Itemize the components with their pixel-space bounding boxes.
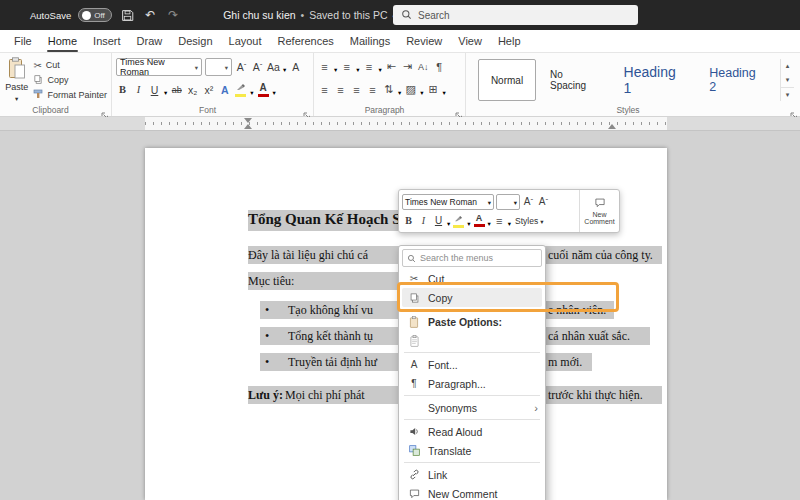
undo-icon[interactable] [142, 7, 158, 23]
subscript-button[interactable]: x₂ [186, 81, 199, 99]
show-formatting-marks-icon[interactable] [433, 58, 446, 76]
strikethrough-button[interactable]: ab [170, 81, 183, 99]
increase-indent-icon[interactable] [401, 58, 414, 76]
right-indent-marker[interactable] [608, 124, 616, 129]
borders-icon[interactable] [427, 81, 440, 99]
shrink-font-button[interactable]: A [251, 58, 264, 76]
tab-file[interactable]: File [6, 30, 40, 52]
text-effects-button[interactable]: A [218, 81, 231, 99]
mini-new-comment-button[interactable]: New Comment [579, 190, 619, 232]
grow-font-button[interactable]: A [235, 58, 248, 76]
align-right-icon[interactable] [350, 81, 363, 99]
tab-insert[interactable]: Insert [85, 30, 129, 52]
doc-paragraph-right[interactable]: cuối năm của công ty. [548, 248, 653, 263]
change-case-button[interactable]: Aa [267, 58, 280, 76]
justify-icon[interactable] [366, 81, 379, 99]
superscript-button[interactable]: x² [202, 81, 215, 99]
numbered-list-icon[interactable] [340, 58, 353, 76]
gallery-more-icon[interactable]: ▾ [781, 87, 794, 101]
copy-button[interactable]: Copy [33, 73, 107, 87]
bullets-list-icon[interactable] [318, 58, 331, 76]
tab-review[interactable]: Review [398, 30, 450, 52]
style-heading-1[interactable]: Heading 1 [616, 59, 696, 101]
multilevel-list-icon[interactable] [363, 58, 376, 76]
doc-bullet1-right[interactable]: e nhân viên. [548, 303, 606, 318]
style-heading-2[interactable]: Heading 2 [701, 59, 774, 101]
save-icon[interactable] [119, 7, 135, 23]
gallery-up-icon[interactable]: ▴ [781, 59, 794, 73]
mini-italic-button[interactable]: I [417, 213, 430, 229]
align-center-icon[interactable] [334, 81, 347, 99]
mini-underline-button[interactable]: U [432, 213, 445, 229]
search-input[interactable] [418, 10, 608, 21]
shading-icon[interactable] [404, 81, 417, 99]
style-no-spacing[interactable]: No Spacing [542, 59, 610, 101]
doc-bullet3-left[interactable]: Truyền tải định hư [288, 355, 377, 370]
doc-paragraph-left[interactable]: Đây là tài liệu ghi chú cá [248, 248, 368, 263]
doc-bullet1-left[interactable]: Tạo không khí vu [288, 303, 373, 318]
doc-note-lead[interactable]: Lưu ý: [248, 388, 283, 403]
highlight-color-button[interactable] [234, 81, 247, 99]
doc-bullet2-right[interactable]: cá nhân xuất sắc. [548, 329, 630, 344]
italic-button[interactable]: I [132, 81, 145, 99]
doc-muc-tieu[interactable]: Mục tiêu: [248, 274, 294, 289]
mini-shrink-font-button[interactable]: A [537, 194, 550, 210]
context-menu-link[interactable]: Link [402, 465, 542, 484]
mini-highlight-button[interactable] [452, 213, 465, 229]
paste-option-keep-source[interactable] [402, 331, 542, 350]
mini-font-size-select[interactable] [496, 194, 520, 210]
context-menu-synonyms[interactable]: Synonyms [402, 398, 542, 417]
context-menu-new-comment[interactable]: New Comment [402, 484, 542, 500]
mini-bold-button[interactable]: B [402, 213, 415, 229]
gallery-down-icon[interactable]: ▾ [781, 73, 794, 87]
tab-help[interactable]: Help [490, 30, 529, 52]
font-name-select[interactable]: Times New Roman [116, 58, 202, 76]
paste-button[interactable]: Paste [4, 55, 29, 103]
tab-references[interactable]: References [270, 30, 342, 52]
context-menu-paragraph[interactable]: Paragraph... [402, 374, 542, 393]
tab-home[interactable]: Home [40, 30, 85, 52]
context-menu-search[interactable] [402, 249, 542, 267]
tab-view[interactable]: View [450, 30, 490, 52]
paragraph-dialog-launcher-icon[interactable] [455, 106, 463, 114]
underline-button[interactable]: U [148, 81, 161, 99]
font-dialog-launcher-icon[interactable] [303, 106, 311, 114]
context-menu-copy[interactable]: Copy [402, 288, 542, 307]
sort-icon[interactable] [417, 58, 430, 76]
tab-mailings[interactable]: Mailings [342, 30, 398, 52]
tab-draw[interactable]: Draw [129, 30, 171, 52]
format-painter-button[interactable]: Format Painter [33, 88, 107, 102]
styles-dialog-launcher-icon[interactable] [790, 106, 798, 114]
mini-grow-font-button[interactable]: A [522, 194, 535, 210]
doc-note-right[interactable]: trước khi thực hiện. [548, 388, 643, 403]
tab-design[interactable]: Design [170, 30, 220, 52]
align-left-icon[interactable] [318, 81, 331, 99]
context-menu-cut[interactable]: Cut [402, 269, 542, 288]
context-menu-read-aloud[interactable]: Read Aloud [402, 422, 542, 441]
mini-bullets-icon[interactable] [493, 213, 506, 229]
bold-button[interactable]: B [116, 81, 129, 99]
autosave-toggle[interactable]: Off [78, 8, 112, 22]
cut-button[interactable]: Cut [33, 58, 107, 72]
context-menu-font[interactable]: Font... [402, 355, 542, 374]
font-size-select[interactable] [205, 58, 232, 76]
context-menu-search-input[interactable] [420, 253, 530, 263]
mini-font-name-select[interactable]: Times New Roman [402, 194, 494, 210]
mini-styles-button[interactable]: Styles [515, 216, 543, 226]
decrease-indent-icon[interactable] [385, 58, 398, 76]
redo-icon[interactable] [165, 7, 181, 23]
context-menu-translate[interactable]: Translate [402, 441, 542, 460]
font-color-button[interactable]: A [257, 81, 270, 99]
search-bar[interactable] [393, 5, 638, 25]
doc-bullet3-right[interactable]: m mới. [548, 355, 582, 370]
style-normal[interactable]: Normal [478, 59, 536, 101]
first-line-indent-marker[interactable] [244, 118, 252, 123]
left-indent-marker[interactable] [244, 124, 252, 129]
doc-note-left[interactable]: Mọi chi phí phát [285, 388, 365, 403]
doc-bullet2-left[interactable]: Tổng kết thành tụ [288, 329, 373, 344]
clipboard-dialog-launcher-icon[interactable] [101, 106, 109, 114]
tab-layout[interactable]: Layout [221, 30, 270, 52]
clear-formatting-button[interactable]: A [289, 58, 302, 76]
mini-font-color-button[interactable]: A [473, 213, 486, 229]
document-title[interactable]: Ghi chu su kien • Saved to this PC [223, 9, 396, 21]
